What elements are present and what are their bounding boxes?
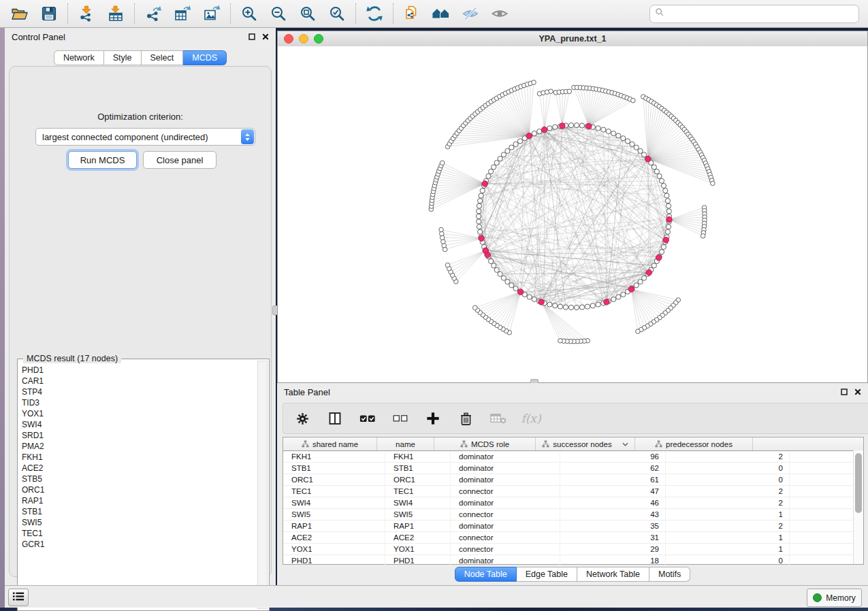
tab-style[interactable]: Style <box>104 50 142 65</box>
table-cell: STB1 <box>385 463 451 474</box>
control-panel-title: Control Panel <box>12 32 65 42</box>
gear-icon[interactable] <box>294 410 310 427</box>
list-item[interactable]: SRD1 <box>22 430 257 441</box>
table-panel: Table Panel f(x) shared namenameMCDS rol… <box>277 383 868 585</box>
list-item[interactable]: CAR1 <box>22 376 257 386</box>
table-cell: 0 <box>666 555 790 566</box>
zoom-fit-icon[interactable] <box>298 4 317 23</box>
toolbar-group <box>393 4 518 23</box>
tab-node-table[interactable]: Node Table <box>455 567 517 582</box>
table-scrollbar-thumb[interactable] <box>855 453 862 513</box>
zoom-selected-icon[interactable] <box>327 4 347 23</box>
list-item[interactable]: ORC1 <box>22 484 257 495</box>
list-item[interactable]: PMA2 <box>22 441 257 452</box>
list-item[interactable]: PHD1 <box>22 365 257 376</box>
list-item[interactable]: YOX1 <box>22 408 257 419</box>
memory-status-dot-icon <box>813 593 822 602</box>
tab-motifs[interactable]: Motifs <box>649 567 690 582</box>
table-cell: TEC1 <box>283 486 385 497</box>
table-cell: PHD1 <box>385 555 451 566</box>
close-panel-icon[interactable] <box>854 389 861 395</box>
mcds-tab-content: Optimization criterion: largest connecte… <box>9 66 272 577</box>
list-item[interactable]: TEC1 <box>22 528 257 539</box>
network-canvas[interactable] <box>278 46 867 382</box>
dropdown-stepper-icon[interactable] <box>241 129 254 144</box>
sort-chevron-icon[interactable] <box>622 442 628 446</box>
import-network-icon[interactable] <box>77 4 96 23</box>
home-icon[interactable] <box>432 4 451 23</box>
mcds-list-scrollbar[interactable] <box>257 361 268 609</box>
table-cell: YOX1 <box>385 544 451 555</box>
network-graph[interactable] <box>278 46 867 382</box>
network-window-titlebar[interactable]: YPA_prune.txt_1 <box>278 31 867 47</box>
table-cell: FKH1 <box>385 451 451 462</box>
table-cell: YOX1 <box>283 544 385 555</box>
table-row[interactable]: RAP1RAP1dominator352 <box>283 521 863 532</box>
import-table-icon[interactable] <box>106 4 125 23</box>
list-item[interactable]: FKH1 <box>22 452 257 463</box>
close-panel-icon[interactable] <box>262 33 269 40</box>
save-icon[interactable] <box>39 4 59 23</box>
table-row[interactable]: STB1STB1dominator620 <box>283 463 863 474</box>
task-history-button[interactable] <box>8 589 29 606</box>
columns-icon[interactable] <box>327 410 343 427</box>
criterion-dropdown[interactable]: largest connected component (undirected) <box>35 128 255 146</box>
list-item[interactable]: ACE2 <box>22 463 257 474</box>
list-item[interactable]: STB5 <box>22 474 257 484</box>
table-row[interactable]: YOX1YOX1connector291 <box>283 544 863 555</box>
float-panel-icon[interactable] <box>248 33 255 40</box>
export-image-icon[interactable] <box>202 4 221 23</box>
table-row[interactable]: ACE2ACE2connector311 <box>283 532 863 544</box>
list-item[interactable]: GCR1 <box>22 539 257 550</box>
table-row[interactable]: TEC1TEC1connector472 <box>283 486 863 497</box>
table-cell: ACE2 <box>283 532 385 543</box>
tab-edge-table[interactable]: Edge Table <box>517 567 577 582</box>
search-input[interactable] <box>668 8 854 19</box>
table-cell: connector <box>451 509 560 520</box>
list-item[interactable]: STP4 <box>22 386 257 397</box>
table-cell: connector <box>451 544 560 555</box>
table-scrollbar[interactable] <box>853 450 863 564</box>
hide-unselected-icon[interactable] <box>461 4 480 23</box>
tab-network-table[interactable]: Network Table <box>577 567 649 582</box>
list-item[interactable]: RAP1 <box>22 495 257 506</box>
tab-mcds[interactable]: MCDS <box>183 50 227 65</box>
delete-table-icon <box>490 410 507 427</box>
column-header-MCDS-role[interactable]: MCDS role <box>434 437 536 450</box>
column-header-name[interactable]: name <box>377 437 434 450</box>
tab-select[interactable]: Select <box>142 50 184 65</box>
add-icon[interactable] <box>425 410 441 427</box>
zoom-in-icon[interactable] <box>240 4 259 23</box>
delete-icon[interactable] <box>457 410 474 427</box>
list-item[interactable]: TID3 <box>22 397 257 408</box>
table-cell: 2 <box>666 521 790 531</box>
table-cell: 96 <box>560 451 666 462</box>
list-item[interactable]: SWI5 <box>22 517 257 528</box>
search-box[interactable] <box>649 5 859 23</box>
column-header-shared-name[interactable]: shared name <box>283 437 377 450</box>
table-row[interactable]: FKH1FKH1dominator962 <box>283 451 863 463</box>
graph-nodes[interactable] <box>429 80 715 344</box>
column-header-predecessor-nodes[interactable]: predecessor nodes <box>635 437 753 450</box>
run-mcds-button[interactable]: Run MCDS <box>68 151 137 169</box>
table-row[interactable]: ORC1ORC1dominator610 <box>283 474 863 486</box>
show-eye-icon[interactable] <box>490 4 509 23</box>
duplicate-network-icon[interactable] <box>402 4 421 23</box>
float-panel-icon[interactable] <box>841 389 848 395</box>
deselect-all-icon[interactable] <box>392 410 408 427</box>
table-row[interactable]: SWI5SWI5connector431 <box>283 509 863 521</box>
export-table-icon[interactable] <box>173 4 192 23</box>
select-all-icon[interactable] <box>359 410 376 427</box>
table-row[interactable]: SWI4SWI4dominator462 <box>283 497 863 509</box>
export-network-icon[interactable] <box>144 4 163 23</box>
open-folder-icon[interactable] <box>10 4 29 23</box>
refresh-icon[interactable] <box>365 4 384 23</box>
column-header-successor-nodes[interactable]: successor nodes <box>536 437 635 450</box>
zoom-out-icon[interactable] <box>269 4 288 23</box>
table-row[interactable]: PHD1PHD1dominator180 <box>283 555 863 567</box>
list-item[interactable]: SWI4 <box>22 419 257 430</box>
tab-network[interactable]: Network <box>54 50 104 65</box>
close-panel-button[interactable]: Close panel <box>143 151 216 169</box>
list-item[interactable]: STB1 <box>22 506 257 517</box>
memory-button[interactable]: Memory <box>807 589 862 607</box>
